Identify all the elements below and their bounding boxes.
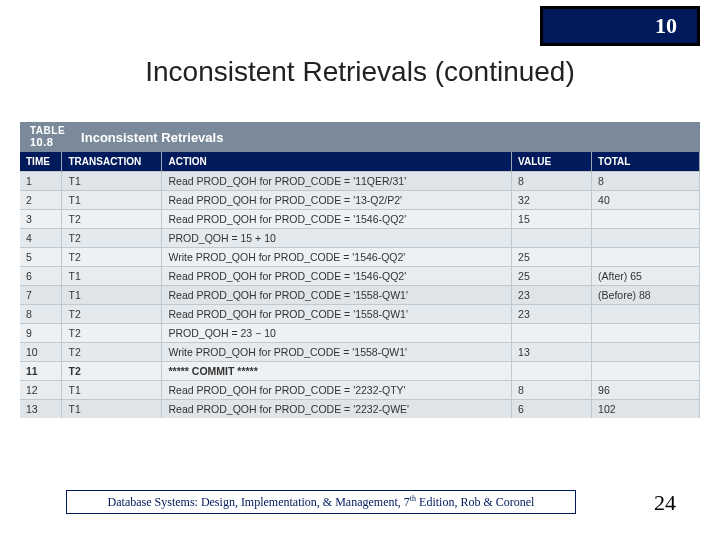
cell-value: 25 — [512, 267, 592, 286]
cell-total — [592, 210, 700, 229]
col-transaction: TRANSACTION — [62, 152, 162, 172]
table-row: 12T1Read PROD_QOH for PROD_CODE = '2232-… — [20, 381, 700, 400]
cell-time: 3 — [20, 210, 62, 229]
chapter-number: 10 — [655, 13, 677, 39]
col-value: VALUE — [512, 152, 592, 172]
cell-action: Read PROD_QOH for PROD_CODE = '1558-QW1' — [162, 305, 512, 324]
cell-tx: T2 — [62, 324, 162, 343]
cell-action: Read PROD_QOH for PROD_CODE = '1546-QQ2' — [162, 267, 512, 286]
col-action: ACTION — [162, 152, 512, 172]
cell-value: 6 — [512, 400, 592, 419]
cell-tx: T2 — [62, 210, 162, 229]
table-label: TABLE 10.8 Inconsistent Retrievals — [20, 122, 700, 152]
cell-value — [512, 229, 592, 248]
cell-action: Read PROD_QOH for PROD_CODE = '2232-QWE' — [162, 400, 512, 419]
cell-value: 23 — [512, 305, 592, 324]
cell-tx: T1 — [62, 400, 162, 419]
table-caption: Inconsistent Retrievals — [81, 130, 223, 145]
cell-time: 6 — [20, 267, 62, 286]
footer-prefix: Database Systems: Design, Implementation… — [108, 495, 410, 509]
cell-value: 15 — [512, 210, 592, 229]
slide-title: Inconsistent Retrievals (continued) — [0, 56, 720, 88]
cell-time: 9 — [20, 324, 62, 343]
cell-time: 11 — [20, 362, 62, 381]
cell-value — [512, 324, 592, 343]
cell-tx: T1 — [62, 267, 162, 286]
cell-total — [592, 362, 700, 381]
cell-total: 102 — [592, 400, 700, 419]
cell-total — [592, 248, 700, 267]
table-row: 4T2PROD_QOH = 15 + 10 — [20, 229, 700, 248]
table-row: 6T1Read PROD_QOH for PROD_CODE = '1546-Q… — [20, 267, 700, 286]
col-total: TOTAL — [592, 152, 700, 172]
cell-action: Write PROD_QOH for PROD_CODE = '1558-QW1… — [162, 343, 512, 362]
cell-time: 1 — [20, 172, 62, 191]
cell-total: 96 — [592, 381, 700, 400]
cell-time: 7 — [20, 286, 62, 305]
cell-total — [592, 324, 700, 343]
col-time: TIME — [20, 152, 62, 172]
cell-value: 32 — [512, 191, 592, 210]
table-row: 11T2***** COMMIT ***** — [20, 362, 700, 381]
cell-total: 8 — [592, 172, 700, 191]
cell-tx: T2 — [62, 305, 162, 324]
cell-action: PROD_QOH = 23 − 10 — [162, 324, 512, 343]
cell-tx: T2 — [62, 248, 162, 267]
table-container: TABLE 10.8 Inconsistent Retrievals TIME … — [20, 122, 700, 418]
cell-total: 40 — [592, 191, 700, 210]
table-row: 8T2Read PROD_QOH for PROD_CODE = '1558-Q… — [20, 305, 700, 324]
cell-total: (Before) 88 — [592, 286, 700, 305]
cell-value: 8 — [512, 172, 592, 191]
cell-value — [512, 362, 592, 381]
cell-tx: T1 — [62, 191, 162, 210]
table-row: 7T1Read PROD_QOH for PROD_CODE = '1558-Q… — [20, 286, 700, 305]
cell-tx: T2 — [62, 229, 162, 248]
table-row: 5T2Write PROD_QOH for PROD_CODE = '1546-… — [20, 248, 700, 267]
table-header-row: TIME TRANSACTION ACTION VALUE TOTAL — [20, 152, 700, 172]
table-row: 10T2Write PROD_QOH for PROD_CODE = '1558… — [20, 343, 700, 362]
cell-total: (After) 65 — [592, 267, 700, 286]
cell-action: Read PROD_QOH for PROD_CODE = '1546-QQ2' — [162, 210, 512, 229]
cell-total — [592, 229, 700, 248]
page-number: 24 — [654, 490, 676, 516]
cell-action: ***** COMMIT ***** — [162, 362, 512, 381]
cell-time: 4 — [20, 229, 62, 248]
cell-total — [592, 343, 700, 362]
table-row: 9T2PROD_QOH = 23 − 10 — [20, 324, 700, 343]
cell-total — [592, 305, 700, 324]
data-table: TIME TRANSACTION ACTION VALUE TOTAL 1T1R… — [20, 152, 700, 418]
table-row: 3T2Read PROD_QOH for PROD_CODE = '1546-Q… — [20, 210, 700, 229]
cell-action: Read PROD_QOH for PROD_CODE = '1558-QW1' — [162, 286, 512, 305]
cell-action: Read PROD_QOH for PROD_CODE = '13-Q2/P2' — [162, 191, 512, 210]
cell-time: 8 — [20, 305, 62, 324]
table-row: 2T1Read PROD_QOH for PROD_CODE = '13-Q2/… — [20, 191, 700, 210]
table-tag: TABLE — [30, 125, 65, 136]
table-number: 10.8 — [30, 136, 53, 148]
cell-tx: T1 — [62, 172, 162, 191]
table-row: 13T1Read PROD_QOH for PROD_CODE = '2232-… — [20, 400, 700, 419]
cell-time: 12 — [20, 381, 62, 400]
cell-action: PROD_QOH = 15 + 10 — [162, 229, 512, 248]
cell-time: 5 — [20, 248, 62, 267]
cell-tx: T2 — [62, 343, 162, 362]
table-row: 1T1Read PROD_QOH for PROD_CODE = '11QER/… — [20, 172, 700, 191]
cell-time: 2 — [20, 191, 62, 210]
cell-tx: T2 — [62, 362, 162, 381]
cell-tx: T1 — [62, 381, 162, 400]
cell-value: 23 — [512, 286, 592, 305]
footer-suffix: Edition, Rob & Coronel — [416, 495, 534, 509]
cell-action: Read PROD_QOH for PROD_CODE = '2232-QTY' — [162, 381, 512, 400]
cell-value: 25 — [512, 248, 592, 267]
cell-value: 13 — [512, 343, 592, 362]
chapter-badge: 10 — [540, 6, 700, 46]
cell-action: Read PROD_QOH for PROD_CODE = '11QER/31' — [162, 172, 512, 191]
cell-value: 8 — [512, 381, 592, 400]
footer-citation: Database Systems: Design, Implementation… — [66, 490, 576, 514]
cell-time: 13 — [20, 400, 62, 419]
cell-tx: T1 — [62, 286, 162, 305]
cell-time: 10 — [20, 343, 62, 362]
cell-action: Write PROD_QOH for PROD_CODE = '1546-QQ2… — [162, 248, 512, 267]
